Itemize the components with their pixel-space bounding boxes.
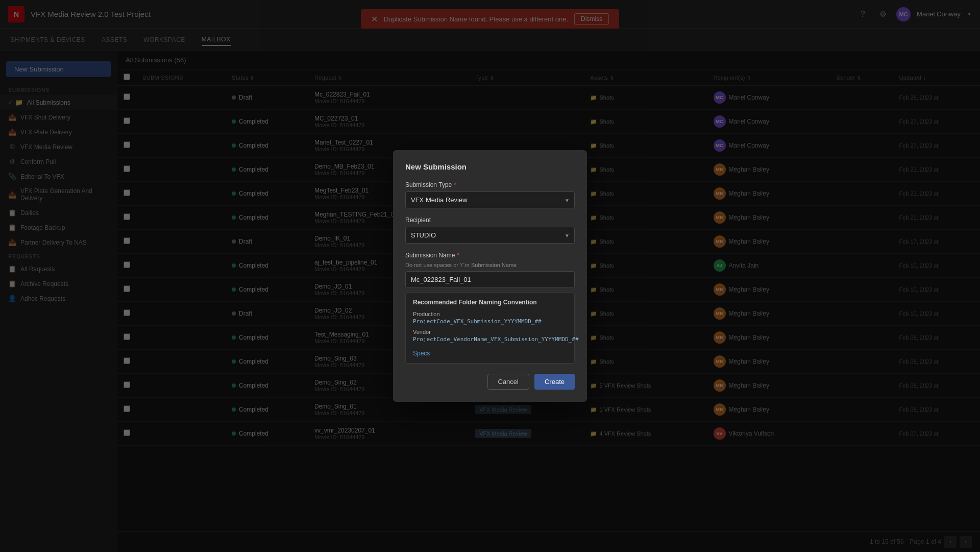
production-naming-section: Production ProjectCode_VFX_Submission_YY… xyxy=(413,311,567,325)
required-star: * xyxy=(454,181,456,188)
submission-type-select-wrapper: VFX Media Review VFX Shot Delivery VFX P… xyxy=(405,191,575,208)
specs-link[interactable]: Specs xyxy=(413,350,430,357)
new-submission-modal: New Submission Submission Type * VFX Med… xyxy=(393,150,587,402)
production-code: ProjectCode_VFX_Submission_YYYYMMDD_## xyxy=(413,318,567,325)
modal-title: New Submission xyxy=(405,162,575,171)
modal-overlay[interactable]: New Submission Submission Type * VFX Med… xyxy=(0,0,980,552)
submission-name-input[interactable] xyxy=(405,271,575,288)
recipient-select[interactable]: STUDIO VFX xyxy=(405,227,575,244)
submission-type-select[interactable]: VFX Media Review VFX Shot Delivery VFX P… xyxy=(405,191,575,208)
submission-name-hint: Do not use spaces or '/' in Submission N… xyxy=(405,262,575,268)
recipient-group: Recipient STUDIO VFX ▼ xyxy=(405,217,575,244)
submission-type-label: Submission Type * xyxy=(405,181,575,188)
modal-actions: Cancel Create xyxy=(405,374,575,390)
vendor-naming-section: Vendor ProjectCode_VendorName_VFX_Submis… xyxy=(413,329,567,343)
recipient-label: Recipient xyxy=(405,217,575,224)
vendor-code: ProjectCode_VendorName_VFX_Submission_YY… xyxy=(413,336,567,343)
submission-name-group: Submission Name * Do not use spaces or '… xyxy=(405,252,575,364)
vendor-label: Vendor xyxy=(413,329,567,335)
submission-name-label: Submission Name * xyxy=(405,252,575,259)
required-star-2: * xyxy=(457,252,459,259)
cancel-button[interactable]: Cancel xyxy=(487,374,529,390)
naming-convention-box: Recommended Folder Naming Convention Pro… xyxy=(405,292,575,364)
production-label: Production xyxy=(413,311,567,317)
naming-convention-title: Recommended Folder Naming Convention xyxy=(413,299,567,306)
recipient-select-wrapper: STUDIO VFX ▼ xyxy=(405,227,575,244)
create-button[interactable]: Create xyxy=(534,374,575,390)
submission-type-group: Submission Type * VFX Media Review VFX S… xyxy=(405,181,575,208)
